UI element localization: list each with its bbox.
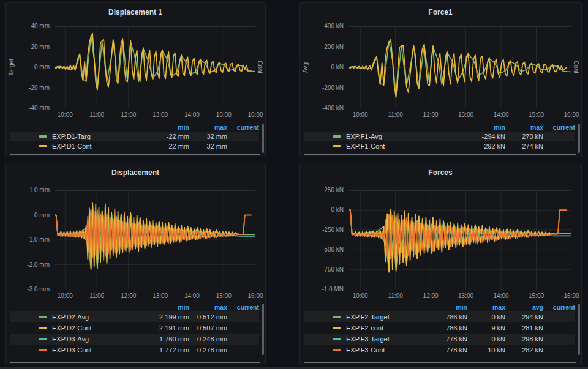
y-tick-label: 40 mm [6,23,50,30]
chart-plot-area[interactable] [55,190,255,289]
series-color-swatch[interactable] [333,316,341,318]
legend-value: 0.248 mm [189,335,227,343]
legend-header-max[interactable]: max [189,304,227,311]
legend-header-current[interactable]: current [543,124,575,131]
legend-series-label[interactable]: EXP.D3-Cont [52,346,151,354]
x-tick-label: 15:00 [523,293,550,299]
panel-title[interactable]: Displacement 1 [6,3,265,17]
legend-header-current[interactable]: current [543,304,575,311]
legend-row: EXP.F1-Avg-294 kN270 kN [304,132,575,141]
legend-scrollbar[interactable] [262,124,264,153]
legend-scrollbar[interactable] [262,304,264,355]
legend-header-max[interactable]: max [505,124,543,131]
legend-value: -281 kN [505,324,543,332]
series-color-swatch[interactable] [333,338,341,340]
legend-value: -282 kN [505,346,543,354]
y-tick-label: -400 kN [300,105,344,112]
panel-forces: Forces 250 kN0 kN-250 kN-500 kN-750 kN-1… [299,163,582,365]
legend-series-label[interactable]: EXP.D1-Cont [52,143,151,150]
legend-series-label[interactable]: EXP.F3-Cont [346,346,429,354]
y-axis-right-title: Cont [573,26,579,108]
legend-header-row: minmaxavgcurrent [304,303,575,311]
chart-plot-area[interactable] [55,26,255,108]
y-tick-label: -3.0 mm [6,286,50,293]
legend-header-current[interactable]: current [227,304,259,311]
legend-series-label[interactable]: EXP.D2-Avg [52,313,151,321]
x-tick-label: 16:00 [242,293,269,299]
legend-series-label[interactable]: EXP.F2-Target [346,313,429,321]
y-tick-label: 0 mm [6,212,50,219]
legend-value: 9 kN [467,324,505,332]
legend-series-label[interactable]: EXP.D3-Avg [52,335,151,343]
series-color-swatch[interactable] [39,135,47,138]
series-color-swatch[interactable] [39,349,47,351]
chart-plot-area[interactable] [349,26,571,108]
legend-series-label[interactable]: EXP.D2-Cont [52,324,151,332]
legend-row: EXP.F2-cont-786 kN9 kN-281 kN [304,322,575,334]
legend-value: -786 kN [429,324,467,332]
legend-scrollbar[interactable] [578,304,580,355]
legend-series-label[interactable]: EXP.F3-Target [346,335,429,343]
legend-value: -2.199 mm [151,313,189,321]
x-tick-label: 11:00 [382,293,409,299]
series-color-swatch[interactable] [39,338,47,340]
legend-row: EXP.D3-Cont-1.772 mm0.278 mm [10,345,259,356]
chart-plot-area[interactable] [349,190,571,289]
legend-header-min[interactable]: min [151,124,189,131]
legend-header-max[interactable]: max [189,124,227,131]
legend-table: minmaxcurrentEXP.D2-Avg-2.199 mm0.512 mm… [10,303,259,356]
x-tick-label: 13:00 [147,293,174,299]
panel-title[interactable]: Displacement [6,163,265,177]
y-tick-label: -2.0 mm [6,261,50,269]
legend-value: 270 kN [505,133,543,140]
legend-header-max[interactable]: max [467,304,505,311]
y-tick-label: -1.0 MN [300,286,344,293]
x-tick-label: 10:00 [347,111,374,118]
legend-header-row: minmaxcurrent [10,303,259,311]
panel-title[interactable]: Force1 [300,3,581,17]
legend-header-avg[interactable]: avg [505,304,543,311]
x-tick-label: 16:00 [242,111,269,118]
series-color-swatch[interactable] [333,327,341,329]
legend-series-label[interactable]: EXP.F2-cont [346,324,429,332]
x-tick-label: 11:00 [83,111,110,118]
panel-title[interactable]: Forces [300,163,581,177]
x-tick-label: 13:00 [453,293,480,299]
legend-value: -778 kN [429,335,467,343]
legend-horizontal-scrollbar[interactable] [10,362,260,363]
legend-series-label[interactable]: EXP.D1-Targ [52,133,151,140]
x-tick-label: 15:00 [210,111,237,118]
y-tick-label: 1.0 mm [6,187,50,194]
legend-scrollbar[interactable] [578,124,580,153]
y-tick-label: 20 mm [6,43,50,51]
legend-header-min[interactable]: min [151,304,189,311]
legend-horizontal-scrollbar[interactable] [304,154,576,155]
legend-value: -1.760 mm [151,335,189,343]
legend-series-label[interactable]: EXP.F1-Avg [346,133,467,140]
legend-header-row: minmaxcurrent [304,123,575,132]
series-line-EXP.D1-Cont [55,34,251,90]
series-color-swatch[interactable] [39,145,47,147]
legend-row: EXP.D1-Cont-22 mm32 mm [10,141,259,151]
legend-horizontal-scrollbar[interactable] [304,362,576,363]
legend-header-min[interactable]: min [467,124,505,131]
panel-displacement-1: Displacement 1 Target Cont 40 mm20 mm0 m… [5,2,266,157]
legend-header-current[interactable]: current [227,124,259,131]
legend-value: -2.191 mm [151,324,189,332]
y-axis-right-title: Cont [257,26,263,108]
legend-series-label[interactable]: EXP.F1-Cont [346,143,467,150]
x-tick-label: 14:00 [178,293,205,299]
x-tick-label: 15:00 [523,111,550,118]
legend-row: EXP.D1-Targ-22 mm32 mm [10,132,259,141]
series-color-swatch[interactable] [39,327,47,329]
series-color-swatch[interactable] [333,145,341,147]
legend-row: EXP.F2-Target-786 kN0 kN-294 kN [304,311,575,322]
series-color-swatch[interactable] [333,135,341,138]
series-color-swatch[interactable] [39,316,47,318]
y-tick-label: -1.0 mm [6,236,50,244]
legend-value: 0.278 mm [189,346,227,354]
legend-header-min[interactable]: min [429,304,467,311]
legend-value: -22 mm [151,143,189,150]
series-color-swatch[interactable] [333,349,341,351]
legend-horizontal-scrollbar[interactable] [10,154,260,155]
